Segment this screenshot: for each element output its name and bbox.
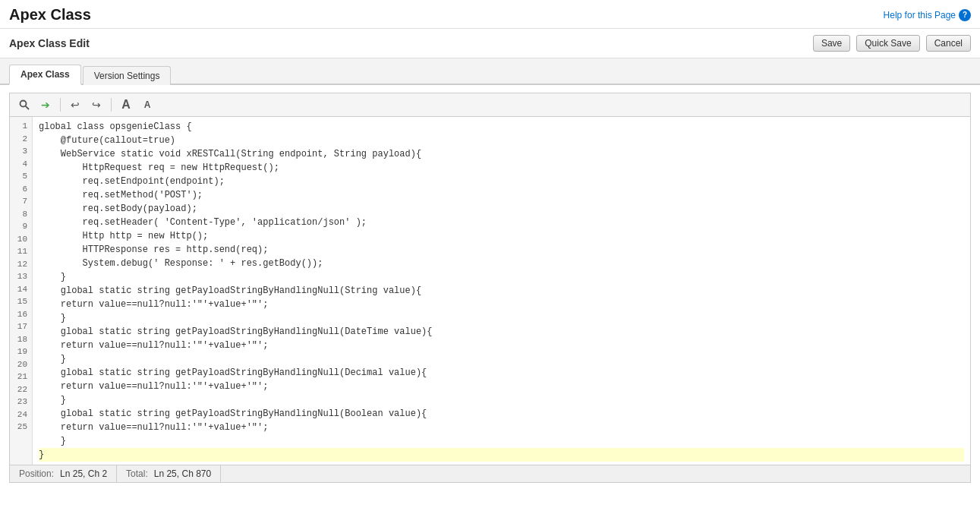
cancel-button[interactable]: Cancel: [926, 35, 971, 52]
help-link-text: Help for this Page: [884, 10, 956, 20]
help-link[interactable]: Help for this Page ?: [884, 9, 971, 21]
font-increase-button[interactable]: A: [118, 96, 134, 113]
undo-button[interactable]: ↩: [67, 96, 84, 113]
position-label: Position:: [19, 468, 54, 479]
save-button[interactable]: Save: [813, 35, 850, 52]
toolbar-separator-2: [111, 98, 112, 112]
page-title: Apex Class: [9, 6, 91, 24]
toolbar-separator-1: [60, 98, 61, 112]
editor-toolbar: ➔ ↩ ↪ A A: [10, 93, 970, 117]
quick-save-button[interactable]: Quick Save: [856, 35, 919, 52]
total-value: Ln 25, Ch 870: [154, 468, 211, 479]
redo-button[interactable]: ↪: [88, 96, 105, 113]
tab-apex-class[interactable]: Apex Class: [9, 65, 81, 85]
page-header: Apex Class Help for this Page ?: [0, 0, 980, 29]
position-value: Ln 25, Ch 2: [60, 468, 107, 479]
code-content[interactable]: global class opsgenieClass { @future(cal…: [33, 117, 970, 465]
edit-bar: Apex Class Edit Save Quick Save Cancel: [0, 29, 980, 58]
svg-point-0: [20, 101, 27, 107]
help-icon: ?: [959, 9, 971, 21]
tab-version-settings[interactable]: Version Settings: [83, 66, 172, 85]
tabs-bar: Apex Class Version Settings: [0, 58, 980, 85]
editor-container: ➔ ↩ ↪ A A 123456789101112131415161718192…: [9, 93, 971, 483]
font-decrease-button[interactable]: A: [139, 96, 156, 113]
edit-bar-title: Apex Class Edit: [9, 37, 807, 49]
line-numbers: 1234567891011121314151617181920212223242…: [10, 117, 33, 465]
total-label: Total:: [126, 468, 148, 479]
code-editor[interactable]: 1234567891011121314151617181920212223242…: [10, 117, 970, 465]
svg-line-1: [26, 106, 29, 109]
status-bar: Position: Ln 25, Ch 2 Total: Ln 25, Ch 8…: [10, 465, 970, 482]
total-section: Total: Ln 25, Ch 870: [117, 465, 221, 482]
position-section: Position: Ln 25, Ch 2: [10, 465, 117, 482]
search-button[interactable]: [16, 96, 33, 113]
goto-button[interactable]: ➔: [37, 96, 54, 113]
